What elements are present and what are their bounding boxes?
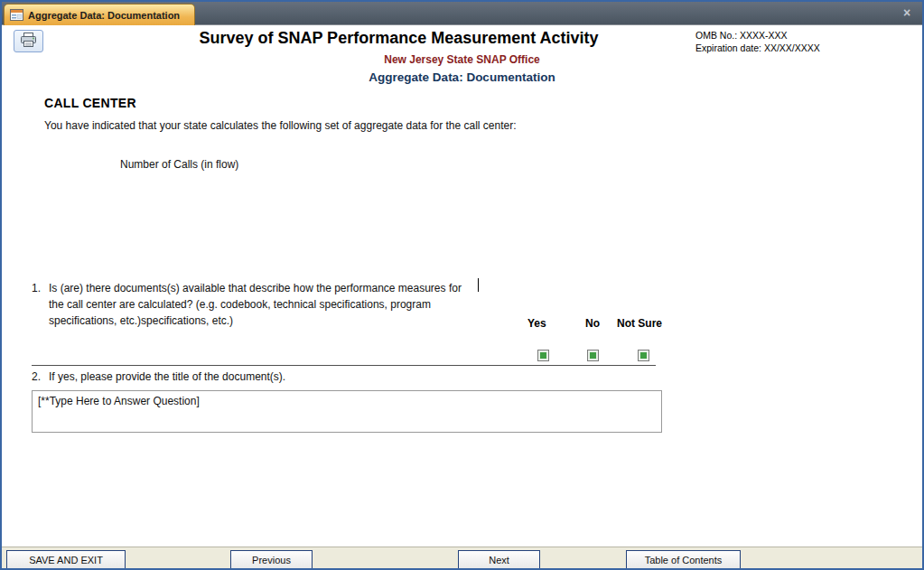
document-tab-bar: Aggregate Data: Documentation ×: [2, 2, 922, 25]
question-2-text: If yes, please provide the title of the …: [49, 369, 285, 385]
printer-icon: [20, 33, 37, 51]
office-subtitle: New Jersey State SNAP Office: [2, 53, 922, 66]
application-window: Aggregate Data: Documentation × Survey o…: [0, 0, 924, 570]
document-tab-label: Aggregate Data: Documentation: [28, 10, 180, 21]
table-of-contents-button[interactable]: Table of Contents: [626, 550, 741, 569]
option-label-not-sure: Not Sure: [617, 317, 662, 330]
save-and-exit-button[interactable]: SAVE AND EXIT: [6, 550, 126, 569]
checkbox-yes-fill: [540, 352, 546, 359]
checkbox-no[interactable]: [587, 350, 599, 361]
answer-textbox-value: [**Type Here to Answer Question]: [38, 395, 200, 407]
omb-info: OMB No.: XXXX-XXX Expiration date: XX/XX…: [695, 29, 820, 54]
form-icon: [10, 9, 23, 21]
option-label-yes: Yes: [527, 317, 546, 330]
intro-text: You have indicated that your state calcu…: [44, 119, 658, 132]
form-section-title: Aggregate Data: Documentation: [2, 70, 922, 84]
text-cursor: [478, 278, 479, 292]
navigation-bar: SAVE AND EXIT Previous Next Table of Con…: [2, 547, 922, 568]
page-title: Survey of SNAP Performance Measurement A…: [110, 29, 687, 48]
omb-number: OMB No.: XXXX-XXX: [695, 29, 820, 42]
expiration-date: Expiration date: XX/XX/XXXX: [695, 42, 820, 54]
aggregate-data-item: Number of Calls (in flow): [120, 158, 238, 171]
print-button[interactable]: [14, 30, 43, 52]
checkbox-not-sure[interactable]: [638, 350, 649, 361]
question-1-number: 1.: [32, 280, 49, 329]
answer-textbox[interactable]: [**Type Here to Answer Question]: [32, 390, 662, 433]
previous-button[interactable]: Previous: [230, 550, 313, 569]
divider-line: [32, 365, 656, 366]
close-icon[interactable]: ×: [900, 5, 914, 20]
next-button[interactable]: Next: [458, 550, 540, 569]
question-2-number: 2.: [32, 369, 49, 385]
question-2: 2. If yes, please provide the title of t…: [32, 369, 483, 385]
form-body: Survey of SNAP Performance Measurement A…: [2, 25, 922, 550]
section-heading: CALL CENTER: [44, 96, 136, 110]
question-1-text: Is (are) there documents(s) available th…: [49, 280, 467, 329]
question-1: 1. Is (are) there documents(s) available…: [32, 280, 467, 329]
document-tab[interactable]: Aggregate Data: Documentation: [4, 4, 195, 25]
checkbox-not-sure-fill: [640, 352, 647, 359]
option-label-no: No: [585, 317, 600, 330]
checkbox-yes[interactable]: [537, 350, 549, 361]
checkbox-no-fill: [590, 352, 596, 359]
